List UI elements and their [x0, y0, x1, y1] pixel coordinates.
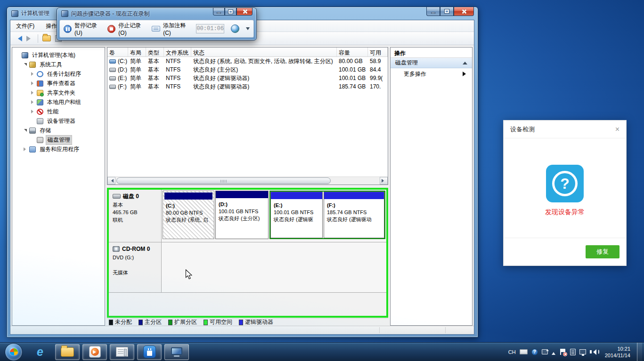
scroll-right-button[interactable]	[380, 177, 388, 185]
partition-c[interactable]: (C:) 80.00 GB NTFS 状态良好 (系统, 启	[163, 191, 214, 239]
legend-extended: 扩展分区	[168, 318, 197, 326]
collapsed-icon[interactable]	[31, 91, 35, 95]
hard-disk-icon	[113, 194, 121, 199]
volume-row-d[interactable]: (D:) 简单 基本 NTFS 状态良好 (主分区) 100.01 GB 84.…	[107, 65, 388, 74]
partition-d[interactable]: (D:) 100.01 GB NTFS 状态良好 (主分区)	[215, 191, 269, 239]
tree-item-event-viewer[interactable]: 事件查看器	[12, 79, 105, 88]
taskbar-steps-recorder-button[interactable]	[110, 344, 134, 360]
collapsed-icon[interactable]	[31, 110, 35, 113]
disk-legend: 未分配 主分区 扩展分区 可用空间	[107, 318, 388, 326]
partition-f[interactable]: (F:) 185.74 GB NTFS 状态良好 (逻辑驱动	[324, 192, 384, 238]
col-free[interactable]: 可用	[368, 48, 388, 56]
volume-icon	[109, 59, 116, 64]
cdrom-label[interactable]: CD-ROM 0 DVD (G:) 无媒体	[109, 242, 162, 292]
taskbar-media-player-button[interactable]	[82, 344, 107, 360]
device-manager-icon	[37, 118, 43, 124]
more-actions-item[interactable]: 更多操作	[391, 68, 472, 80]
col-layout[interactable]: 布局	[128, 48, 146, 56]
tree-item-computer-management[interactable]: 计算机管理(本地)	[12, 50, 105, 60]
cm-maximize-button[interactable]	[440, 7, 454, 16]
repair-button[interactable]: 修复	[586, 245, 620, 258]
back-icon[interactable]	[15, 36, 22, 41]
collapsed-icon[interactable]	[24, 147, 28, 151]
tree-item-shared-folders[interactable]: 共享文件夹	[12, 88, 105, 97]
col-filesystem[interactable]: 文件系统	[164, 48, 191, 56]
pause-record-button[interactable]: 暂停记录(U)	[64, 22, 101, 36]
col-volume[interactable]: 卷	[107, 48, 128, 56]
actions-section-disk-management[interactable]: 磁盘管理	[391, 58, 472, 68]
horizontal-scrollbar[interactable]	[107, 176, 388, 185]
col-status[interactable]: 状态	[191, 48, 337, 56]
cdrom-media-area[interactable]	[162, 242, 386, 292]
tree-item-performance[interactable]: 性能	[12, 107, 105, 116]
show-desktop-button[interactable]	[637, 343, 642, 361]
tray-connect-icon[interactable]	[542, 349, 548, 354]
tray-clipboard-icon[interactable]	[570, 349, 576, 355]
collapsed-icon[interactable]	[31, 72, 35, 76]
stop-record-button[interactable]: 停止记录(O)	[107, 22, 145, 36]
device-abnormal-message: 发现设备异常	[545, 208, 585, 217]
steps-recorder-window: 问题步骤记录器 - 现在正在录制 暂停记录(U) 停止记录(O) 添加注释(C)…	[57, 8, 257, 40]
keyboard-layout-icon[interactable]	[520, 349, 528, 354]
expanded-icon[interactable]	[24, 129, 27, 132]
partition-e[interactable]: (E:) 100.01 GB NTFS 状态良好 (逻辑驱	[270, 192, 323, 238]
volume-speaker-icon[interactable]	[590, 349, 599, 355]
action-center-flag-icon[interactable]	[559, 348, 566, 356]
tree-item-task-scheduler[interactable]: 任务计划程序	[12, 69, 105, 79]
expanded-icon[interactable]	[24, 63, 27, 66]
cm-close-button[interactable]	[454, 7, 474, 16]
graph-empty-area	[109, 293, 386, 316]
taskbar-explorer-button[interactable]	[55, 344, 80, 360]
collapsed-icon[interactable]	[31, 81, 35, 85]
menu-file[interactable]: 文件(F)	[14, 21, 36, 31]
mouse-cursor	[185, 269, 192, 280]
internet-explorer-icon: e	[37, 346, 43, 358]
disk0-label[interactable]: 磁盘 0 基本 465.76 GB 联机	[109, 190, 162, 242]
partition-c-colorbar	[164, 193, 212, 200]
help-globe-icon[interactable]	[231, 24, 239, 33]
collapsed-icon[interactable]	[31, 100, 35, 104]
volume-row-f[interactable]: (F:) 简单 基本 NTFS 状态良好 (逻辑驱动器) 185.74 GB 1…	[107, 82, 388, 91]
taskbar-computer-management-button[interactable]	[164, 344, 189, 360]
collapse-icon[interactable]	[463, 59, 467, 64]
legend-swatch	[139, 320, 143, 325]
legend-swatch	[239, 320, 243, 325]
tree-item-services[interactable]: 服务和应用程序	[12, 144, 105, 154]
recorder-minimize-button[interactable]	[213, 8, 225, 16]
scrollbar-thumb[interactable]	[116, 177, 331, 184]
col-capacity[interactable]: 容量	[337, 48, 368, 56]
tray-help-icon[interactable]: ?	[531, 349, 538, 355]
disk-graphical-view: 磁盘 0 基本 465.76 GB 联机 (C:)	[107, 188, 388, 326]
tree-item-local-users[interactable]: 本地用户和组	[12, 97, 105, 107]
chevron-down-icon[interactable]	[246, 27, 250, 32]
recorder-close-button[interactable]	[236, 8, 253, 16]
folder-icon[interactable]	[42, 35, 51, 41]
scroll-left-button[interactable]	[107, 177, 115, 185]
toolbar-separator	[38, 34, 38, 43]
computer-management-taskbar-icon	[171, 347, 182, 357]
taskbar-clock[interactable]: 10:21 2014/11/14	[603, 345, 633, 359]
network-icon[interactable]	[579, 349, 586, 354]
volume-row-e[interactable]: (E:) 简单 基本 NTFS 状态良好 (逻辑驱动器) 100.01 GB 9…	[107, 74, 388, 82]
tree-item-disk-management[interactable]: 磁盘管理	[12, 135, 105, 144]
show-hidden-icons[interactable]	[552, 350, 555, 355]
taskbar-ie-button[interactable]: e	[28, 344, 52, 360]
language-indicator[interactable]: CH	[508, 349, 516, 355]
volume-row-c[interactable]: (C:) 简单 基本 NTFS 状态良好 (系统, 启动, 页面文件, 活动, …	[107, 57, 388, 65]
start-button[interactable]	[5, 343, 23, 361]
tree-item-device-manager[interactable]: 设备管理器	[12, 116, 105, 126]
device-detection-dialog: 设备检测 × ? 发现设备异常 修复	[503, 120, 627, 266]
tree-item-system-tools[interactable]: 系统工具	[12, 60, 105, 69]
cm-minimize-button[interactable]	[426, 7, 440, 16]
col-type[interactable]: 类型	[146, 48, 164, 56]
stop-icon	[107, 25, 115, 33]
add-comment-button[interactable]: 添加注释(C)	[152, 22, 189, 36]
recorder-maximize-button[interactable]	[225, 8, 236, 16]
dialog-close-icon[interactable]: ×	[615, 126, 620, 133]
legend-swatch	[168, 320, 172, 325]
forward-icon[interactable]	[26, 36, 33, 41]
windows-logo-icon	[10, 348, 18, 355]
close-icon	[461, 9, 466, 14]
taskbar-usb-tool-button[interactable]	[137, 344, 162, 360]
tree-item-storage[interactable]: 存储	[12, 126, 105, 135]
